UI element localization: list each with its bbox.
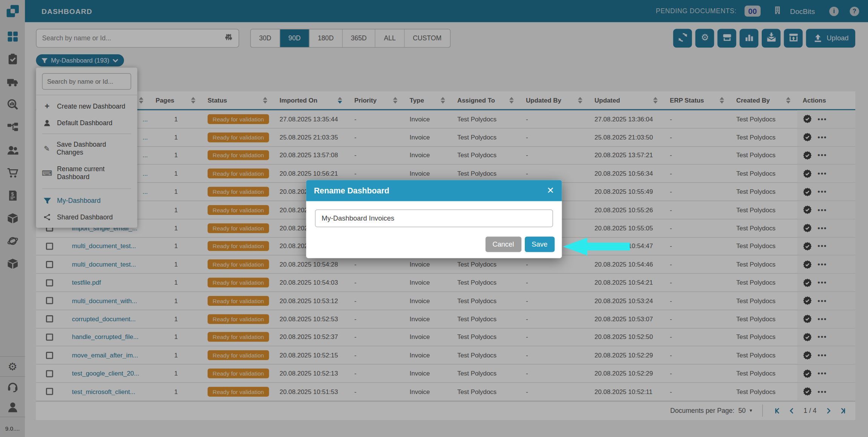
modal-header: Rename Dashboard ✕ xyxy=(306,180,562,201)
cancel-button[interactable]: Cancel xyxy=(485,236,521,252)
app-stage: $ ⚙ 9.0.... DASHBOARD PENDING DOCUMENTS:… xyxy=(0,0,868,437)
close-icon[interactable]: ✕ xyxy=(547,186,554,195)
dashboard-name-input[interactable] xyxy=(315,209,553,227)
annotation-arrow xyxy=(563,238,630,255)
rename-dashboard-modal: Rename Dashboard ✕ Cancel Save xyxy=(306,180,562,258)
modal-title: Rename Dashboard xyxy=(314,186,389,195)
save-button[interactable]: Save xyxy=(524,236,555,252)
